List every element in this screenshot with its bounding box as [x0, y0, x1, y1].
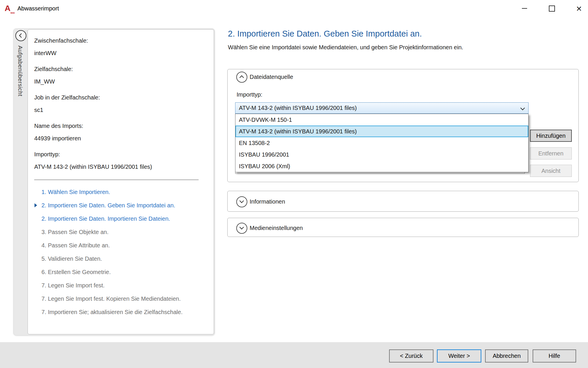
field-value: ATV-M 143-2 (within ISYBAU 1996/2001 fil… — [34, 164, 207, 170]
dropdown-option-5[interactable]: ISYBAU 2006 (Xml) — [235, 160, 528, 172]
chevron-left-icon — [19, 33, 24, 38]
current-step-marker-icon — [35, 203, 37, 207]
dropdown-option-2-selected[interactable]: ATV-M 143-2 (within ISYBAU 1996/2001 fil… — [235, 126, 528, 137]
step-item-7: 6. Erstellen Sie Geometrie. — [34, 269, 207, 275]
group-medieneinstellungen: Medieneinstellungen — [227, 218, 579, 237]
autocad-m3d-glyph: M3D — [10, 12, 15, 14]
footer: < Zurück Weiter > Abbrechen Hilfe — [0, 342, 588, 368]
field-importtyp: Importtyp: ATV-M 143-2 (within ISYBAU 19… — [34, 151, 207, 170]
field-value: 44939 importieren — [34, 135, 207, 142]
summary-divider — [34, 180, 199, 180]
maximize-button[interactable] — [546, 3, 557, 14]
collapse-pane-button[interactable] — [15, 30, 26, 41]
importtype-label: Importtyp: — [237, 91, 262, 98]
window-title: Abwasserimport — [17, 5, 59, 12]
step-item-10: 7. Importieren Sie; aktualisieren Sie di… — [34, 309, 207, 316]
step-list: 1. Wählen Sie Importieren. 2. Importiere… — [34, 189, 207, 316]
close-button[interactable]: ✕ — [573, 3, 585, 14]
chevron-down-icon — [239, 199, 244, 203]
combobox-value: ATV-M 143-2 (within ISYBAU 1996/2001 fil… — [239, 105, 357, 111]
dropdown-option-4[interactable]: ISYBAU 1996/2001 — [235, 149, 528, 160]
step-item-2-current[interactable]: 2. Importieren Sie Daten. Geben Sie Impo… — [34, 202, 207, 209]
group-title: Informationen — [250, 198, 285, 205]
field-value: interWW — [34, 50, 207, 56]
group-title: Medieneinstellungen — [250, 225, 303, 231]
dropdown-option-3[interactable]: EN 13508-2 — [235, 137, 528, 149]
collapse-section-button[interactable] — [236, 72, 247, 83]
minimize-icon — [522, 8, 527, 9]
summary-panel: Zwischenfachschale: interWW Zielfachscha… — [28, 29, 214, 334]
view-button[interactable]: Ansicht — [530, 165, 572, 177]
field-label: Job in der Zielfachschale: — [34, 94, 207, 101]
importtype-combobox[interactable]: ATV-M 143-2 (within ISYBAU 1996/2001 fil… — [235, 102, 529, 114]
step-label: 2. Importieren Sie Daten. Geben Sie Impo… — [41, 202, 175, 209]
help-button[interactable]: Hilfe — [533, 349, 576, 362]
step-item-3[interactable]: 2. Importieren Sie Daten. Importieren Si… — [34, 215, 207, 222]
next-button[interactable]: Weiter > — [437, 349, 481, 362]
group-title: Dateidatenquelle — [250, 74, 293, 80]
expand-section-button[interactable] — [236, 223, 247, 234]
back-button[interactable]: < Zurück — [389, 349, 433, 362]
cancel-button[interactable]: Abbrechen — [485, 349, 528, 362]
titlebar: A M3D Abwasserimport — [0, 0, 588, 17]
step-item-5: 4. Passen Sie Attribute an. — [34, 242, 207, 249]
step-item-4: 3. Passen Sie Objekte an. — [34, 229, 207, 235]
field-importname: Name des Imports: 44939 importieren — [34, 123, 207, 142]
chevron-down-icon — [239, 225, 244, 230]
expand-section-button[interactable] — [236, 196, 247, 207]
task-pane-label: Aufgabenübersicht — [17, 46, 23, 96]
page-subtitle: Wählen Sie eine Importdatei sowie Medien… — [228, 44, 463, 51]
page-title: 2. Importieren Sie Daten. Geben Sie Impo… — [228, 28, 422, 39]
autocad-a-glyph: A — [5, 4, 14, 13]
group-informationen: Informationen — [227, 191, 579, 212]
add-button[interactable]: Hinzufügen — [530, 130, 572, 142]
chevron-down-icon — [520, 106, 525, 110]
step-item-9: 7. Legen Sie Import fest. Kopieren Sie M… — [34, 296, 207, 302]
step-item-6: 5. Validieren Sie Daten. — [34, 255, 207, 262]
field-zielfachschale: Zielfachschale: IM_WW — [34, 66, 207, 85]
abwasserimport-window: A M3D Abwasserimport ✕ Aufgabenübersicht… — [0, 0, 588, 368]
field-zwischenfachschale: Zwischenfachschale: interWW — [34, 37, 207, 56]
dropdown-option-1[interactable]: ATV-DVWK-M 150-1 — [235, 114, 528, 126]
field-value: sc1 — [34, 107, 207, 113]
task-pane: Aufgabenübersicht Zwischenfachschale: in… — [13, 28, 215, 336]
autocad-map3d-icon: A M3D — [5, 4, 14, 13]
group-file-source: Dateidatenquelle Importtyp: ATV-M 143-2 … — [227, 69, 579, 182]
field-job: Job in der Zielfachschale: sc1 — [34, 94, 207, 113]
step-item-8: 7. Legen Sie Import fest. — [34, 282, 207, 289]
step-item-1[interactable]: 1. Wählen Sie Importieren. — [34, 189, 207, 195]
importtype-dropdown: ATV-DVWK-M 150-1 ATV-M 143-2 (within ISY… — [235, 114, 529, 172]
field-label: Zielfachschale: — [34, 66, 207, 72]
remove-button[interactable]: Entfernen — [530, 147, 572, 159]
field-label: Zwischenfachschale: — [34, 37, 207, 44]
chevron-up-icon — [239, 75, 244, 80]
field-label: Name des Imports: — [34, 123, 207, 129]
field-label: Importtyp: — [34, 151, 207, 157]
maximize-icon — [549, 6, 555, 12]
minimize-button[interactable] — [519, 3, 530, 14]
field-value: IM_WW — [34, 78, 207, 85]
